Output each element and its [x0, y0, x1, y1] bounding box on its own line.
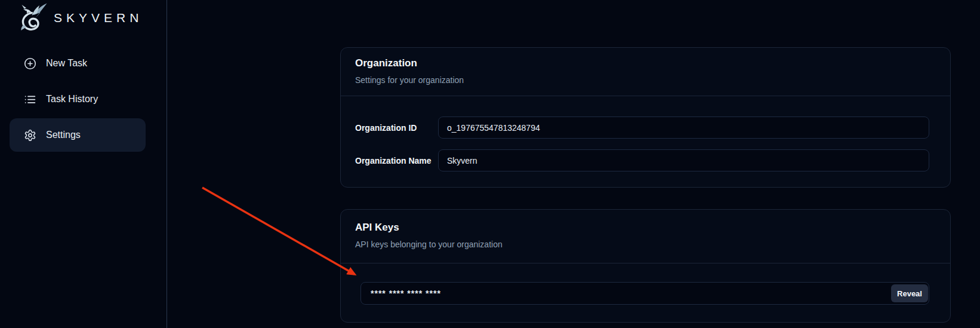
sidebar-item-new-task[interactable]: New Task	[10, 47, 146, 80]
sidebar-nav: New Task Task History Settings	[10, 47, 146, 154]
sidebar: SKYVERN New Task Task History	[0, 0, 167, 328]
organization-id-row: Organization ID	[355, 117, 929, 139]
sidebar-item-label: Task History	[46, 94, 98, 105]
api-keys-card-header: API Keys API keys belonging to your orga…	[341, 210, 950, 263]
api-keys-card-title: API Keys	[355, 222, 936, 234]
api-keys-card: API Keys API keys belonging to your orga…	[340, 209, 951, 323]
plus-circle-icon	[24, 57, 36, 70]
sidebar-item-settings[interactable]: Settings	[10, 118, 146, 152]
list-icon	[24, 93, 36, 106]
sidebar-item-label: New Task	[46, 58, 87, 69]
organization-card-header: Organization Settings for your organizat…	[341, 48, 950, 96]
gear-icon	[24, 129, 36, 142]
organization-card-content: Organization ID Organization Name	[341, 96, 950, 171]
reveal-button[interactable]: Reveal	[891, 284, 928, 302]
api-key-field: Reveal	[360, 282, 929, 305]
api-keys-card-content: Reveal	[341, 263, 950, 305]
organization-id-input[interactable]	[438, 117, 929, 139]
sidebar-item-task-history[interactable]: Task History	[10, 82, 146, 116]
organization-card-title: Organization	[355, 57, 936, 69]
organization-name-label: Organization Name	[355, 156, 438, 165]
organization-card: Organization Settings for your organizat…	[340, 47, 951, 188]
organization-name-input[interactable]	[438, 149, 929, 171]
api-keys-card-subtitle: API keys belonging to your organization	[355, 238, 936, 250]
brand-logo: SKYVERN	[17, 1, 143, 35]
sidebar-item-label: Settings	[46, 130, 81, 140]
brand-name: SKYVERN	[54, 11, 143, 25]
organization-card-subtitle: Settings for your organization	[355, 74, 936, 86]
organization-name-row: Organization Name	[355, 149, 929, 171]
skyvern-dragon-icon	[17, 2, 49, 34]
api-key-masked-input[interactable]	[360, 282, 929, 305]
organization-id-label: Organization ID	[355, 123, 438, 133]
